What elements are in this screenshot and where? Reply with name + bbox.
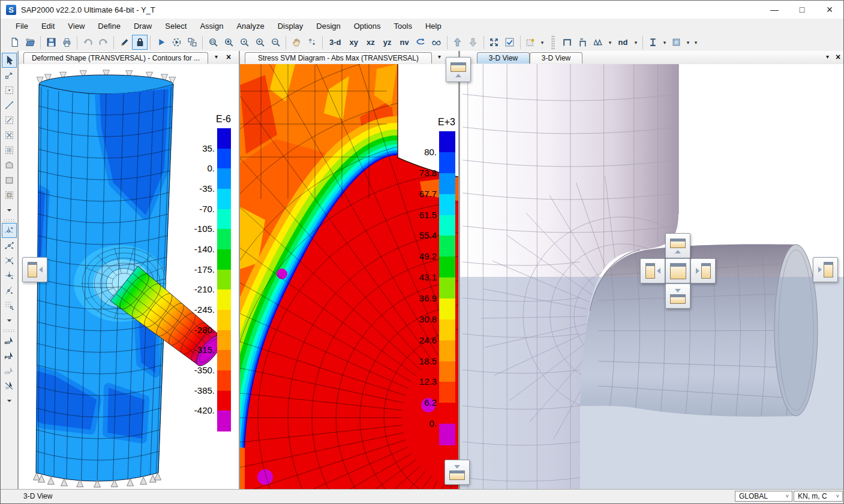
assign-to-group-button[interactable] (523, 35, 539, 50)
snap-midpoints-button[interactable] (2, 238, 17, 253)
arrange-down-button[interactable] (665, 283, 690, 309)
menu-analyze[interactable]: Analyze (230, 19, 271, 34)
minimize-button[interactable]: — (761, 1, 788, 19)
tab-deformed-shape[interactable]: Deformed Shape (TRANSVERSAL) - Contours … (23, 52, 208, 64)
draw-more-dropdown[interactable] (2, 203, 17, 218)
perspective-button[interactable] (429, 35, 444, 50)
open-file-button[interactable] (22, 35, 38, 50)
draw-poly-area-button[interactable] (2, 158, 17, 173)
zoom-in-button[interactable] (252, 35, 268, 50)
run-analysis-button[interactable] (153, 35, 169, 50)
zoom-out-button[interactable] (268, 35, 283, 50)
stress-tab-dropdown-icon[interactable]: ▾ (438, 53, 441, 60)
dock-top-button[interactable] (446, 57, 471, 82)
view-3d-button[interactable]: 3-d (325, 35, 346, 50)
units-select[interactable]: KN, m, C˅ (794, 491, 843, 502)
full-zoom-button[interactable] (221, 35, 236, 50)
print-button[interactable] (59, 35, 74, 50)
previous-zoom-button[interactable] (236, 35, 252, 50)
deformed-shape-view[interactable]: E-635.0.-35.-70.-105.-140.-175.-210.-245… (19, 64, 239, 490)
deformed-tab-dropdown-icon[interactable]: ▾ (215, 53, 218, 60)
view-xy-button[interactable]: xy (346, 35, 362, 50)
truss-template-button[interactable] (591, 35, 606, 50)
more-tools-dropdown[interactable]: ▾ (692, 35, 700, 50)
reshape-object-button[interactable] (2, 68, 17, 83)
area-section-dropdown[interactable]: ▾ (684, 35, 692, 50)
menu-options[interactable]: Options (347, 19, 388, 34)
dock-left-button[interactable] (22, 257, 47, 282)
arrange-up-button[interactable] (665, 233, 690, 258)
draw-frame-button[interactable] (2, 98, 17, 113)
snap-more-dropdown[interactable] (2, 313, 17, 328)
dock-bottom-button[interactable] (444, 460, 470, 485)
previous-selection-button[interactable]: PS (2, 348, 17, 363)
quick-draw-frame-button[interactable] (2, 113, 17, 128)
save-file-button[interactable] (43, 35, 59, 50)
run-animation-button[interactable] (169, 35, 184, 50)
menu-define[interactable]: Define (91, 19, 127, 34)
quick-draw-secondary-beams-button[interactable] (2, 143, 17, 158)
draw-joint-button[interactable] (2, 83, 17, 98)
stress-diagram-view[interactable]: E+380.73.867.761.555.449.243.136.930.824… (240, 64, 458, 490)
snap-intersections-button[interactable] (2, 253, 17, 268)
clear-selection-button[interactable]: clr (2, 363, 17, 378)
menu-file[interactable]: File (9, 19, 35, 34)
snap-lines-button[interactable] (2, 283, 17, 298)
view-xz-button[interactable]: xz (362, 35, 379, 50)
tab-3d-view-1[interactable]: 3-D View (477, 52, 530, 64)
menu-draw[interactable]: Draw (127, 19, 158, 34)
assign-options-dropdown[interactable]: ▾ (539, 35, 546, 50)
tab-stress-svm[interactable]: Stress SVM Diagram - Abs Max (TRANSVERSA… (245, 52, 432, 64)
arrange-left-button[interactable] (640, 258, 665, 283)
snap-grid-button[interactable] (2, 298, 17, 313)
undo-button[interactable] (80, 35, 95, 50)
draw-pen-button[interactable] (116, 35, 132, 50)
menu-view[interactable]: View (61, 19, 91, 34)
menu-display[interactable]: Display (271, 19, 310, 34)
move-down-list-button[interactable] (465, 35, 481, 50)
pan-button[interactable] (289, 35, 304, 50)
nd-dropdown[interactable]: ▾ (632, 35, 640, 50)
new-file-button[interactable] (7, 35, 22, 50)
dock-right-button[interactable] (813, 257, 838, 282)
joint-labels-button[interactable] (304, 35, 320, 50)
menu-edit[interactable]: Edit (35, 19, 61, 34)
select-pointer-button[interactable] (2, 53, 17, 68)
redo-button[interactable] (95, 35, 111, 50)
i-section-button[interactable] (645, 35, 661, 50)
quick-draw-braces-button[interactable] (2, 128, 17, 143)
view-yz-button[interactable]: yz (379, 35, 396, 50)
area-section-button[interactable] (669, 35, 684, 50)
menu-design[interactable]: Design (310, 19, 347, 34)
i-section-dropdown[interactable]: ▾ (661, 35, 669, 50)
close-button[interactable]: × (816, 1, 843, 19)
view3d-tab-close-icon[interactable]: × (836, 52, 840, 62)
rubber-band-zoom-button[interactable] (205, 35, 221, 50)
menu-select[interactable]: Select (158, 19, 193, 34)
rotate-view-button[interactable] (413, 35, 429, 50)
arrange-center-button[interactable] (665, 258, 690, 283)
select-all-button[interactable]: all (2, 333, 17, 348)
menu-assign[interactable]: Assign (193, 19, 230, 34)
maximize-button[interactable]: □ (788, 1, 816, 19)
lock-model-button[interactable] (132, 35, 148, 50)
deformed-tab-close-icon[interactable]: × (226, 52, 231, 62)
quick-draw-area-button[interactable] (2, 188, 17, 203)
view3d-tab-dropdown-icon[interactable]: ▾ (826, 53, 829, 60)
draw-rect-area-button[interactable] (2, 173, 17, 188)
refresh-window-button[interactable] (184, 35, 200, 50)
show-selection-button[interactable] (502, 35, 518, 50)
menu-tools[interactable]: Tools (388, 19, 419, 34)
move-up-list-button[interactable] (450, 35, 465, 50)
frame-section-button[interactable] (560, 35, 575, 50)
menu-help[interactable]: Help (419, 19, 448, 34)
coord-system-select[interactable]: GLOBAL˅ (735, 491, 792, 502)
snap-joints-button[interactable] (2, 223, 17, 238)
select-more-dropdown[interactable] (2, 393, 17, 408)
view-nv-button[interactable]: nv (395, 35, 413, 50)
deselect-button[interactable] (2, 378, 17, 393)
snap-perpendicular-button[interactable] (2, 268, 17, 283)
truss-template-dropdown[interactable]: ▾ (606, 35, 614, 50)
arrange-right-button[interactable] (690, 258, 716, 283)
nd-button[interactable]: nd (614, 35, 632, 50)
